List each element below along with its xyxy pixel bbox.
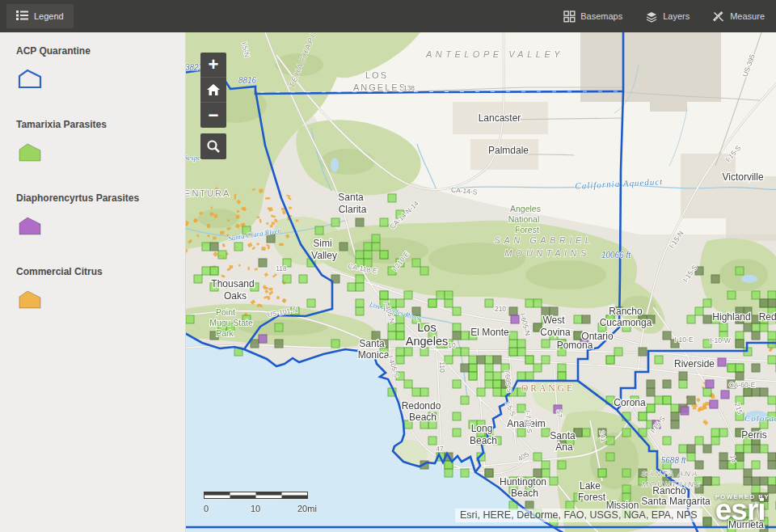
release-square bbox=[703, 299, 711, 307]
map-label: LOS bbox=[365, 70, 388, 80]
release-square bbox=[453, 380, 461, 388]
map-label: 210 bbox=[495, 305, 506, 313]
release-square bbox=[752, 291, 760, 299]
release-square bbox=[663, 380, 671, 388]
release-square bbox=[469, 364, 477, 372]
release-square bbox=[364, 251, 372, 259]
esri-logo: POWERED BY esri bbox=[715, 494, 770, 521]
map-label: ORANGE bbox=[521, 383, 575, 393]
citrus-mark bbox=[236, 215, 240, 219]
release-square bbox=[695, 307, 703, 315]
release-square bbox=[768, 461, 776, 469]
map-label: 138 bbox=[403, 84, 415, 92]
map-canvas[interactable]: ANTELOPE VALLEYLOSANGELESVENTURAORANGESA… bbox=[186, 32, 776, 532]
release-square bbox=[509, 348, 517, 356]
release-square bbox=[493, 372, 501, 380]
map-container[interactable]: ANTELOPE VALLEYLOSANGELESVENTURAORANGESA… bbox=[186, 32, 776, 532]
release-square bbox=[647, 380, 655, 388]
release-square bbox=[372, 243, 380, 251]
release-square bbox=[736, 445, 744, 453]
map-label: Cucamonga bbox=[600, 317, 652, 328]
release-square bbox=[477, 388, 485, 396]
release-square bbox=[728, 364, 736, 372]
release-square bbox=[485, 469, 493, 477]
search-button[interactable] bbox=[200, 133, 226, 159]
release-square bbox=[760, 388, 768, 396]
zoom-out-button[interactable]: − bbox=[200, 103, 226, 128]
map-label: Lake bbox=[580, 480, 601, 492]
release-square bbox=[550, 477, 558, 485]
release-square bbox=[703, 477, 711, 485]
release-square bbox=[542, 340, 550, 348]
release-square bbox=[760, 299, 768, 307]
web-map-app: Legend Basemaps bbox=[0, 0, 776, 532]
map-label: VENTURA bbox=[186, 188, 230, 198]
map-label: Covina bbox=[540, 327, 571, 338]
citrus-mark bbox=[289, 207, 292, 209]
release-square bbox=[721, 391, 729, 399]
legend-item-3: Commercial Citrus bbox=[16, 266, 185, 314]
release-square bbox=[768, 396, 776, 404]
release-square bbox=[719, 323, 728, 331]
map-label: Angeles bbox=[510, 204, 541, 213]
release-square bbox=[436, 291, 445, 299]
release-square bbox=[687, 396, 695, 404]
release-square bbox=[542, 356, 550, 364]
map-label: CA-60-E bbox=[729, 381, 756, 389]
release-square bbox=[606, 356, 614, 364]
release-square bbox=[534, 299, 542, 307]
map-label: Redondo bbox=[402, 400, 441, 412]
release-square bbox=[453, 412, 461, 420]
release-square bbox=[356, 275, 364, 283]
release-square bbox=[671, 420, 679, 429]
release-square bbox=[736, 364, 744, 372]
release-square bbox=[703, 315, 711, 323]
release-square bbox=[259, 335, 267, 343]
release-square bbox=[744, 469, 752, 477]
map-label: Long bbox=[471, 423, 493, 434]
release-square bbox=[582, 315, 590, 323]
layers-label: Layers bbox=[663, 11, 690, 21]
release-square bbox=[736, 267, 744, 275]
search-icon bbox=[206, 139, 221, 154]
map-label: Simi bbox=[313, 238, 331, 249]
layers-button[interactable]: Layers bbox=[645, 11, 690, 23]
release-square bbox=[752, 477, 760, 485]
release-square bbox=[606, 453, 614, 461]
map-label: West bbox=[542, 315, 565, 326]
citrus-mark bbox=[227, 220, 230, 222]
map-label: Colorado bbox=[744, 413, 776, 423]
map-label: Valley bbox=[311, 250, 337, 261]
release-square bbox=[364, 243, 372, 251]
release-square bbox=[299, 275, 307, 283]
map-label: Corona bbox=[614, 397, 646, 408]
release-square bbox=[461, 469, 469, 477]
map-label: 14 bbox=[728, 454, 738, 463]
measure-button[interactable]: Measure bbox=[712, 11, 765, 23]
release-square bbox=[768, 331, 776, 340]
release-square bbox=[380, 218, 388, 226]
map-label: MOUNTAINS bbox=[504, 248, 590, 258]
release-square bbox=[453, 323, 461, 331]
map-label: Beach bbox=[470, 435, 497, 446]
map-label: Monica bbox=[358, 349, 390, 361]
release-square bbox=[517, 372, 525, 380]
release-square bbox=[251, 340, 259, 348]
legend-swatch-outline bbox=[16, 68, 44, 90]
release-square bbox=[485, 356, 493, 364]
legend-toggle-button[interactable]: Legend bbox=[6, 4, 74, 28]
release-square bbox=[412, 259, 420, 267]
release-square bbox=[356, 251, 364, 259]
release-square bbox=[445, 469, 453, 477]
map-label: Riverside bbox=[674, 358, 715, 369]
release-square bbox=[210, 267, 218, 275]
release-square bbox=[445, 291, 453, 299]
home-button[interactable] bbox=[200, 78, 226, 103]
release-square bbox=[752, 388, 760, 396]
release-square bbox=[768, 453, 776, 461]
zoom-control: + − bbox=[200, 53, 226, 128]
zoom-in-button[interactable]: + bbox=[200, 53, 226, 78]
map-label: Oaks bbox=[224, 290, 247, 302]
release-square bbox=[768, 477, 776, 485]
basemaps-button[interactable]: Basemaps bbox=[563, 11, 622, 23]
